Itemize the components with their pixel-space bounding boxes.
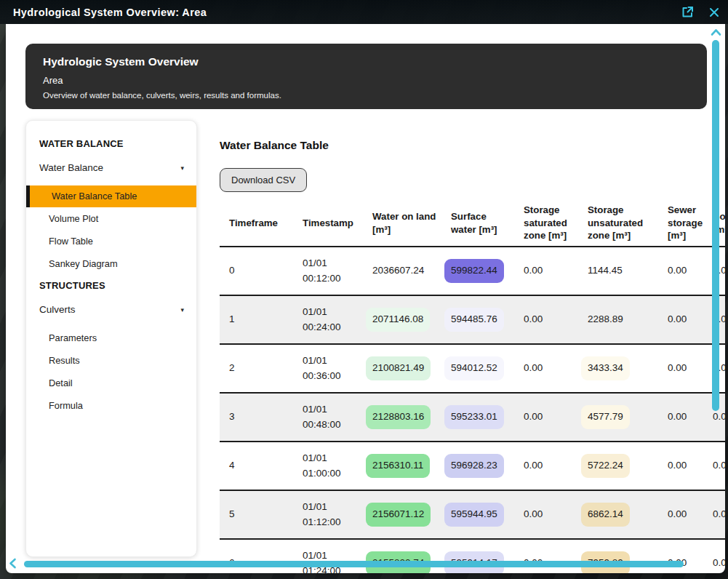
value-plain: 0.00 [517,405,549,428]
table-row: 601/01 01:24:002155823.74595914.170.0079… [220,540,725,573]
cell-water-on-land: 2100821.49 [363,356,441,380]
cell-storage-saturated: 0.00 [514,259,578,282]
table-row: 101/01 00:24:002071146.08594485.760.0022… [220,296,725,345]
value-badge: 594012.52 [444,356,504,380]
water-balance-table: TimeframeTimestampWater on land [m³]Surf… [220,200,725,573]
cell-sewer-storage: 0.00 [658,405,703,428]
value-badge: 599822.44 [444,259,504,282]
value-plain: 0.00 [706,503,725,526]
cell-water-on-land: 2156310.11 [363,454,441,477]
value-plain: 0.00 [661,308,693,331]
sidebar-item-results[interactable]: Results [26,350,196,372]
cell-timeframe: 0 [220,263,293,278]
value-badge: 595233.01 [444,405,504,428]
table-body: 001/01 00:12:002036607.24599822.440.0011… [220,247,725,573]
value-plain: 0.00 [661,259,693,282]
sidebar-group-water-balance[interactable]: Water Balance▾ [26,162,196,173]
cell-water-on-land: 2036607.24 [363,259,441,282]
horizontal-scrollbar[interactable] [24,561,684,567]
cell-storage-saturated: 0.00 [514,356,578,380]
cell-storage-saturated: 0.00 [514,405,578,428]
sidebar-item-water-balance-table[interactable]: Water Balance Table [26,185,196,207]
column-header-storage-saturated-zone-m: Storage saturated zone [m³] [514,204,578,243]
value-badge: 2071146.08 [366,308,430,331]
vertical-scrollbar[interactable] [712,40,719,411]
cell-timeframe: 3 [220,410,293,424]
column-header-sewer-storage-m: Sewer storage [m³] [658,204,703,243]
card-title: Hydrologic System Overview [43,55,689,68]
cell-sewer-storage: 0.00 [658,308,703,331]
sidebar-item-formula[interactable]: Formula [26,395,196,417]
cell-timeframe: 5 [220,507,293,522]
overview-modal: Hydrologic System Overview Area Overview… [6,24,725,573]
cell-water-on-land: 2128803.16 [363,405,441,428]
cell-timestamp: 01/01 01:00:00 [293,451,363,481]
value-plain: 2288.89 [581,308,630,331]
cell-sewer-storage: 0.00 [658,454,703,477]
value-plain: 0.00 [661,454,693,477]
sidebar: WATER BALANCEWater Balance▾Water Balance… [25,120,197,557]
value-badge: 596928.23 [444,454,504,477]
cell-boundaries: 0.00 [703,454,725,477]
sidebar-item-sankey-diagram[interactable]: Sankey Diagram [26,253,196,275]
column-header-water-on-land-m: Water on land [m³] [363,210,441,236]
cell-timestamp: 01/01 00:24:00 [293,305,363,335]
cell-storage-unsaturated: 5722.24 [578,454,658,477]
scroll-up-icon[interactable] [711,26,721,39]
table-row: 401/01 01:00:002156310.11596928.230.0057… [220,442,725,491]
cell-water-on-land: 2156071.12 [363,503,441,526]
table-row: 201/01 00:36:002100821.49594012.520.0034… [220,345,725,394]
value-plain: 0.00 [661,405,693,428]
cell-timeframe: 1 [220,312,293,327]
sidebar-item-parameters[interactable]: Parameters [26,327,196,349]
column-header-storage-unsaturated-zone-m: Storage unsaturated zone [m³] [578,204,658,243]
cell-sewer-storage: 0.00 [658,259,703,282]
card-subtitle: Area [43,75,689,86]
cell-timeframe: 4 [220,458,293,473]
cell-storage-unsaturated: 3433.34 [578,356,658,380]
cell-storage-saturated: 0.00 [514,454,578,477]
scroll-left-icon[interactable] [9,558,17,572]
overview-header-card: Hydrologic System Overview Area Overview… [25,44,707,109]
table-row: 501/01 01:12:002156071.12595944.950.0068… [220,491,725,540]
cell-surface-water: 594485.76 [441,308,514,331]
value-plain: 0.00 [706,551,725,573]
cell-surface-water: 595233.01 [441,405,514,428]
value-plain: 0.00 [661,503,693,526]
cell-sewer-storage: 0.00 [658,356,703,380]
section-heading-structures: STRUCTURES [26,280,196,291]
card-description: Overview of water balance, culverts, wei… [43,91,689,100]
sidebar-item-flow-table[interactable]: Flow Table [26,231,196,252]
open-external-icon[interactable] [681,5,695,19]
table-row: 001/01 00:12:002036607.24599822.440.0011… [220,247,725,296]
value-badge: 6862.14 [581,503,630,526]
window-titlebar: Hydrological System Overview: Area [0,0,728,24]
sidebar-item-volume-plot[interactable]: Volume Plot [26,208,196,230]
value-badge: 2156071.12 [366,503,431,526]
value-plain: 1144.45 [581,259,629,282]
sidebar-item-detail[interactable]: Detail [26,372,196,394]
cell-storage-unsaturated: 6862.14 [578,503,658,526]
cell-water-on-land: 2071146.08 [363,308,441,331]
cell-storage-unsaturated: 1144.45 [578,259,658,282]
chevron-down-icon: ▾ [180,164,184,172]
cell-sewer-storage: 0.00 [658,503,703,526]
table-row: 301/01 00:48:002128803.16595233.010.0045… [220,394,725,442]
value-plain: 0.00 [517,503,549,526]
cell-timestamp: 01/01 00:36:00 [293,354,363,383]
spacer [26,418,196,422]
close-icon[interactable] [709,7,719,17]
download-csv-button[interactable]: Download CSV [220,168,307,192]
value-plain: 0.00 [517,308,549,331]
cell-timestamp: 01/01 01:12:00 [293,500,363,530]
value-badge: 3433.34 [581,356,630,380]
value-badge: 4577.79 [581,405,630,428]
cell-storage-saturated: 0.00 [514,503,578,526]
cell-surface-water: 599822.44 [441,259,514,282]
cell-storage-saturated: 0.00 [514,308,578,331]
column-header-timeframe: Timeframe [220,217,293,230]
value-plain: 0.00 [661,356,693,380]
cell-timeframe: 2 [220,361,293,375]
cell-surface-water: 596928.23 [441,454,514,477]
sidebar-group-culverts[interactable]: Culverts▾ [26,304,196,315]
